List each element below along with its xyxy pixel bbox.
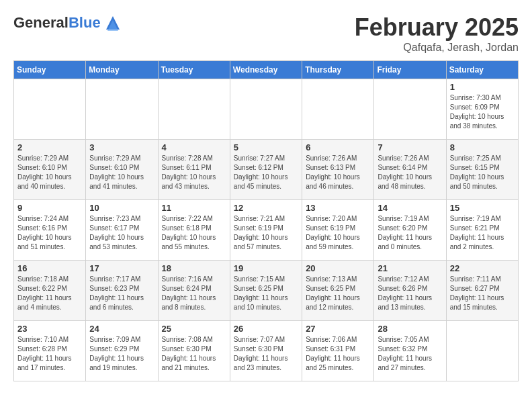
calendar-week-row: 2Sunrise: 7:29 AM Sunset: 6:10 PM Daylig… [14, 140, 519, 200]
calendar-cell [446, 321, 518, 381]
day-number: 23 [17, 324, 82, 334]
day-number: 26 [234, 324, 298, 334]
day-number: 2 [17, 142, 82, 152]
day-number: 15 [450, 203, 515, 213]
day-number: 10 [89, 203, 154, 213]
day-info: Sunrise: 7:28 AM Sunset: 6:11 PM Dayligh… [162, 154, 226, 191]
calendar-header-row: SundayMondayTuesdayWednesdayThursdayFrid… [14, 61, 519, 79]
day-info: Sunrise: 7:30 AM Sunset: 6:09 PM Dayligh… [450, 93, 515, 131]
day-info: Sunrise: 7:24 AM Sunset: 6:16 PM Dayligh… [17, 214, 82, 252]
day-of-week-header: Monday [86, 61, 158, 79]
calendar-cell [302, 79, 374, 140]
day-info: Sunrise: 7:17 AM Sunset: 6:23 PM Dayligh… [89, 275, 154, 312]
logo-blue: Blue [69, 14, 101, 31]
day-number: 3 [89, 142, 154, 152]
calendar-cell: 11Sunrise: 7:22 AM Sunset: 6:18 PM Dayli… [158, 200, 230, 261]
day-number: 24 [89, 324, 154, 334]
location-title: Qafqafa, Jerash, Jordan [355, 42, 519, 54]
day-number: 13 [306, 203, 370, 213]
day-number: 17 [89, 263, 154, 273]
calendar-cell: 13Sunrise: 7:20 AM Sunset: 6:19 PM Dayli… [302, 200, 374, 261]
day-info: Sunrise: 7:22 AM Sunset: 6:18 PM Dayligh… [162, 214, 226, 252]
calendar-cell: 23Sunrise: 7:10 AM Sunset: 6:28 PM Dayli… [14, 321, 86, 381]
day-of-week-header: Wednesday [230, 61, 302, 79]
day-info: Sunrise: 7:08 AM Sunset: 6:30 PM Dayligh… [162, 335, 226, 373]
calendar-week-row: 16Sunrise: 7:18 AM Sunset: 6:22 PM Dayli… [14, 261, 519, 321]
day-info: Sunrise: 7:15 AM Sunset: 6:25 PM Dayligh… [234, 275, 298, 312]
day-number: 9 [17, 203, 82, 213]
day-number: 6 [306, 142, 370, 152]
calendar-week-row: 1Sunrise: 7:30 AM Sunset: 6:09 PM Daylig… [14, 79, 519, 140]
day-info: Sunrise: 7:13 AM Sunset: 6:25 PM Dayligh… [306, 275, 370, 312]
day-info: Sunrise: 7:20 AM Sunset: 6:19 PM Dayligh… [306, 214, 370, 252]
day-info: Sunrise: 7:21 AM Sunset: 6:19 PM Dayligh… [234, 214, 298, 252]
day-number: 21 [378, 263, 442, 273]
day-info: Sunrise: 7:19 AM Sunset: 6:20 PM Dayligh… [378, 214, 442, 252]
calendar-cell: 7Sunrise: 7:26 AM Sunset: 6:14 PM Daylig… [374, 140, 446, 200]
day-of-week-header: Saturday [446, 61, 518, 79]
day-number: 28 [378, 324, 442, 334]
day-info: Sunrise: 7:26 AM Sunset: 6:13 PM Dayligh… [306, 154, 370, 191]
day-of-week-header: Tuesday [158, 61, 230, 79]
calendar-cell: 21Sunrise: 7:12 AM Sunset: 6:26 PM Dayli… [374, 261, 446, 321]
calendar-cell: 14Sunrise: 7:19 AM Sunset: 6:20 PM Dayli… [374, 200, 446, 261]
day-number: 11 [162, 203, 226, 213]
day-info: Sunrise: 7:26 AM Sunset: 6:14 PM Dayligh… [378, 154, 442, 191]
logo-icon [103, 13, 122, 32]
calendar-cell: 10Sunrise: 7:23 AM Sunset: 6:17 PM Dayli… [86, 200, 158, 261]
day-number: 14 [378, 203, 442, 213]
day-number: 5 [234, 142, 298, 152]
day-of-week-header: Sunday [14, 61, 86, 79]
day-info: Sunrise: 7:09 AM Sunset: 6:29 PM Dayligh… [89, 335, 154, 373]
calendar-cell: 24Sunrise: 7:09 AM Sunset: 6:29 PM Dayli… [86, 321, 158, 381]
calendar-cell: 2Sunrise: 7:29 AM Sunset: 6:10 PM Daylig… [14, 140, 86, 200]
day-info: Sunrise: 7:29 AM Sunset: 6:10 PM Dayligh… [17, 154, 82, 191]
calendar-cell: 20Sunrise: 7:13 AM Sunset: 6:25 PM Dayli… [302, 261, 374, 321]
day-number: 1 [450, 82, 515, 92]
calendar-week-row: 23Sunrise: 7:10 AM Sunset: 6:28 PM Dayli… [14, 321, 519, 381]
day-info: Sunrise: 7:12 AM Sunset: 6:26 PM Dayligh… [378, 275, 442, 312]
day-info: Sunrise: 7:25 AM Sunset: 6:15 PM Dayligh… [450, 154, 515, 191]
calendar-cell: 18Sunrise: 7:16 AM Sunset: 6:24 PM Dayli… [158, 261, 230, 321]
calendar-cell: 26Sunrise: 7:07 AM Sunset: 6:30 PM Dayli… [230, 321, 302, 381]
day-of-week-header: Thursday [302, 61, 374, 79]
calendar-cell: 19Sunrise: 7:15 AM Sunset: 6:25 PM Dayli… [230, 261, 302, 321]
day-info: Sunrise: 7:18 AM Sunset: 6:22 PM Dayligh… [17, 275, 82, 312]
calendar-cell: 9Sunrise: 7:24 AM Sunset: 6:16 PM Daylig… [14, 200, 86, 261]
calendar-cell: 1Sunrise: 7:30 AM Sunset: 6:09 PM Daylig… [446, 79, 518, 140]
calendar-cell: 27Sunrise: 7:06 AM Sunset: 6:31 PM Dayli… [302, 321, 374, 381]
day-number: 20 [306, 263, 370, 273]
day-number: 16 [17, 263, 82, 273]
calendar-cell: 12Sunrise: 7:21 AM Sunset: 6:19 PM Dayli… [230, 200, 302, 261]
day-info: Sunrise: 7:05 AM Sunset: 6:32 PM Dayligh… [378, 335, 442, 373]
day-number: 8 [450, 142, 515, 152]
calendar-cell [374, 79, 446, 140]
calendar-cell: 8Sunrise: 7:25 AM Sunset: 6:15 PM Daylig… [446, 140, 518, 200]
day-number: 27 [306, 324, 370, 334]
calendar-cell [86, 79, 158, 140]
day-info: Sunrise: 7:06 AM Sunset: 6:31 PM Dayligh… [306, 335, 370, 373]
day-info: Sunrise: 7:23 AM Sunset: 6:17 PM Dayligh… [89, 214, 154, 252]
day-info: Sunrise: 7:10 AM Sunset: 6:28 PM Dayligh… [17, 335, 82, 373]
day-number: 12 [234, 203, 298, 213]
day-info: Sunrise: 7:19 AM Sunset: 6:21 PM Dayligh… [450, 214, 515, 252]
day-number: 19 [234, 263, 298, 273]
calendar-cell: 22Sunrise: 7:11 AM Sunset: 6:27 PM Dayli… [446, 261, 518, 321]
calendar-cell [230, 79, 302, 140]
day-number: 22 [450, 263, 515, 273]
calendar-cell: 4Sunrise: 7:28 AM Sunset: 6:11 PM Daylig… [158, 140, 230, 200]
calendar-cell [14, 79, 86, 140]
day-number: 7 [378, 142, 442, 152]
calendar-cell: 28Sunrise: 7:05 AM Sunset: 6:32 PM Dayli… [374, 321, 446, 381]
day-number: 18 [162, 263, 226, 273]
calendar-cell: 5Sunrise: 7:27 AM Sunset: 6:12 PM Daylig… [230, 140, 302, 200]
calendar-week-row: 9Sunrise: 7:24 AM Sunset: 6:16 PM Daylig… [14, 200, 519, 261]
day-of-week-header: Friday [374, 61, 446, 79]
calendar-cell: 25Sunrise: 7:08 AM Sunset: 6:30 PM Dayli… [158, 321, 230, 381]
day-info: Sunrise: 7:27 AM Sunset: 6:12 PM Dayligh… [234, 154, 298, 191]
calendar-table: SundayMondayTuesdayWednesdayThursdayFrid… [13, 60, 519, 381]
calendar-cell: 16Sunrise: 7:18 AM Sunset: 6:22 PM Dayli… [14, 261, 86, 321]
calendar-cell: 15Sunrise: 7:19 AM Sunset: 6:21 PM Dayli… [446, 200, 518, 261]
page-header: GeneralBlue February 2025 Qafqafa, Jeras… [13, 13, 519, 54]
day-number: 25 [162, 324, 226, 334]
